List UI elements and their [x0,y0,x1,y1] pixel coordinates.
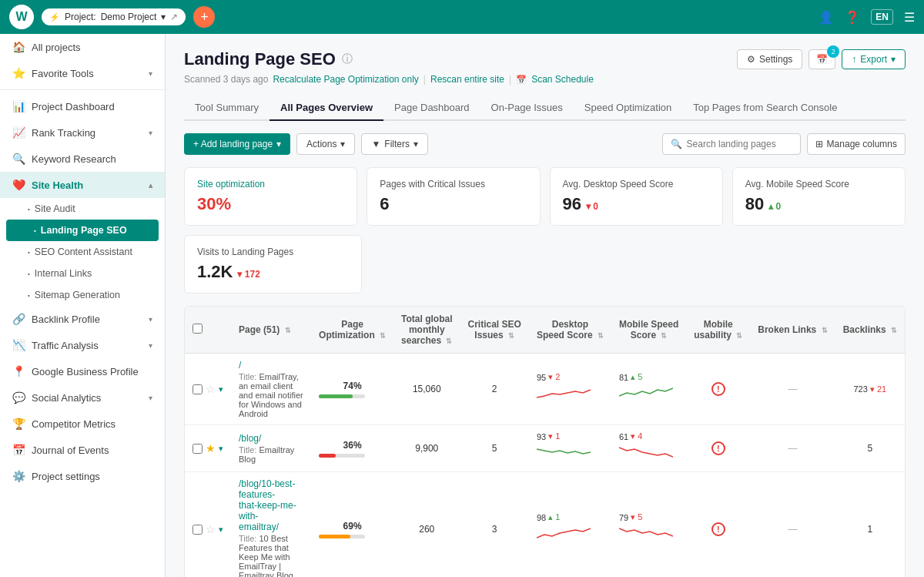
sidebar-subitem-landing-page-seo[interactable]: • Landing Page SEO [6,220,159,241]
actions-button[interactable]: Actions ▾ [296,133,355,155]
scan-schedule-link[interactable]: Scan Schedule [531,74,594,85]
sidebar-item-competitor-metrics[interactable]: 🏆 Competitor Metrics [0,411,165,437]
separator: | [509,74,511,85]
sidebar-item-label: Site Health [32,179,142,191]
sidebar-item-all-projects[interactable]: 🏠 All projects [0,34,165,60]
row-checkbox[interactable] [192,525,203,535]
desktop-score-cell: 98 ▴ 1 [529,472,611,578]
sidebar-subitem-seo-content[interactable]: • SEO Content Assistant [0,241,165,263]
export-button[interactable]: ↑ Export ▾ [842,49,906,69]
th-mobile-usability[interactable]: Mobileusability ⇅ [686,307,750,354]
sidebar-item-journal-events[interactable]: 📅 Journal of Events [0,437,165,463]
sidebar-item-project-dashboard[interactable]: 📊 Project Dashboard [0,93,165,119]
sidebar-subitem-site-audit[interactable]: • Site Audit [0,198,165,220]
mobile-usability-cell: ! [686,354,750,425]
gear-icon: ⚙ [747,54,755,65]
th-desktop-score[interactable]: DesktopSpeed Score ⇅ [529,307,611,354]
star-button[interactable]: ★ [206,442,216,455]
th-mobile-score[interactable]: Mobile SpeedScore ⇅ [611,307,686,354]
mobile-score-cell: 61 ▾ 4 [611,425,686,472]
backlinks-cell: 723 ▾ 21 [835,354,905,425]
sidebar-item-favorite-tools[interactable]: ⭐ Favorite Tools ▾ [0,60,165,86]
seo-issues-cell: 2 [460,354,529,425]
site-opt-link[interactable]: Site optimization [197,179,265,190]
row-checkbox[interactable] [192,444,203,454]
sidebar-subitem-sitemap[interactable]: • Sitemap Generation [0,284,165,306]
row-checkbox[interactable] [192,384,203,394]
menu-icon[interactable]: ☰ [904,10,915,25]
sidebar-item-project-settings[interactable]: ⚙️ Project settings [0,463,165,489]
rescan-link[interactable]: Rescan entire site [430,74,504,85]
th-page[interactable]: Page (51) ⇅ [231,307,311,354]
star-button[interactable]: ☆ [206,523,216,535]
th-checkbox [185,307,231,354]
export-icon: ↑ [852,54,856,65]
stat-card-mobile-speed: Avg. Mobile Speed Score 80 ▴ 0 [732,167,906,226]
user-icon[interactable]: 👤 [819,10,834,25]
usability-warning-icon: ! [711,441,725,455]
tab-speed-opt[interactable]: Speed Optimization [574,96,682,121]
sidebar-item-social-analytics[interactable]: 💬 Social Analytics ▾ [0,384,165,411]
th-backlinks[interactable]: Backlinks ⇅ [835,307,905,354]
sidebar-subitem-label: Site Audit [35,203,75,214]
chevron-down-icon[interactable]: ▾ [219,444,223,454]
page-url-link[interactable]: /blog/ [239,433,303,444]
filter-icon: ▼ [371,139,380,149]
maps-icon: 📍 [12,365,25,377]
help-icon[interactable]: ❓ [845,10,860,25]
th-broken-links[interactable]: Broken Links ⇅ [750,307,835,354]
sidebar-item-site-health[interactable]: ❤️ Site Health ▴ [0,172,165,198]
sidebar-subitem-label: Internal Links [35,268,92,279]
recalculate-link[interactable]: Recalculate Page Optimization only [273,74,418,85]
tab-tool-summary[interactable]: Tool Summary [184,96,270,121]
calendar-button[interactable]: 📅 2 [808,49,835,69]
backlinks-row: 723 ▾ 21 [843,384,897,394]
th-seo-issues[interactable]: Critical SEOIssues ⇅ [460,307,529,354]
tab-all-pages[interactable]: All Pages Overview [270,96,383,121]
page-url-link[interactable]: / [239,360,303,371]
separator: | [424,74,426,85]
th-optimization[interactable]: PageOptimization ⇅ [311,307,393,354]
chevron-down-icon[interactable]: ▾ [219,525,223,535]
sort-icon: ⇅ [891,327,897,334]
tab-on-page-issues[interactable]: On-Page Issues [480,96,574,121]
tab-top-pages[interactable]: Top Pages from Search Console [682,96,848,121]
chevron-down-icon[interactable]: ▾ [219,384,223,394]
sidebar-item-traffic-analysis[interactable]: 📉 Traffic Analysis ▾ [0,332,165,358]
page-url-link[interactable]: /blog/10-best-features-that-keep-me-with… [239,478,303,532]
page-title-row: Landing Page SEO ⓘ [184,49,353,69]
language-selector[interactable]: EN [871,9,893,25]
sidebar-item-rank-tracking[interactable]: 📈 Rank Tracking ▾ [0,119,165,146]
settings-button[interactable]: ⚙ Settings [737,49,802,69]
sidebar-item-keyword-research[interactable]: 🔍 Keyword Research [0,146,165,172]
tab-page-dashboard[interactable]: Page Dashboard [383,96,480,121]
add-landing-page-button[interactable]: + Add landing page ▾ [184,133,290,155]
sidebar-item-backlink-profile[interactable]: 🔗 Backlink Profile ▾ [0,306,165,332]
stat-delta: ▾ 0 [586,201,598,212]
search-input[interactable] [687,139,787,149]
broken-links-value: — [788,524,797,535]
sidebar-item-google-business[interactable]: 📍 Google Business Profile [0,358,165,384]
searches-value: 9,900 [415,443,438,454]
rank-icon: 📈 [12,126,25,139]
chevron-up-icon: ▴ [149,181,152,190]
chevron-down-icon: ▾ [149,394,152,402]
add-project-button[interactable]: + [193,6,215,28]
manage-columns-button[interactable]: ⊞ Manage columns [807,133,906,155]
select-all-checkbox[interactable] [192,324,203,334]
page-title-sub: Title: Emailtray Blog [239,445,303,464]
keyword-icon: 🔍 [12,153,25,165]
calendar-badge: 2 [827,45,839,58]
stat-card-critical-issues: Pages with Critical Issues 6 [367,167,540,226]
seo-issues-value: 5 [492,443,497,454]
filters-button[interactable]: ▼ Filters ▾ [361,133,428,155]
th-searches[interactable]: Total globalmonthlysearches ⇅ [393,307,460,354]
info-icon[interactable]: ⓘ [342,52,353,66]
opt-bar [319,394,365,398]
stat-value: 30% [197,194,344,214]
mobile-sparkline [619,522,673,544]
topbar-right: 👤 ❓ EN ☰ [819,9,915,25]
sidebar-subitem-internal-links[interactable]: • Internal Links [0,263,165,284]
project-selector[interactable]: ⚡ Project: Demo Project ▾ ↗ [42,8,186,25]
star-button[interactable]: ☆ [206,383,216,395]
